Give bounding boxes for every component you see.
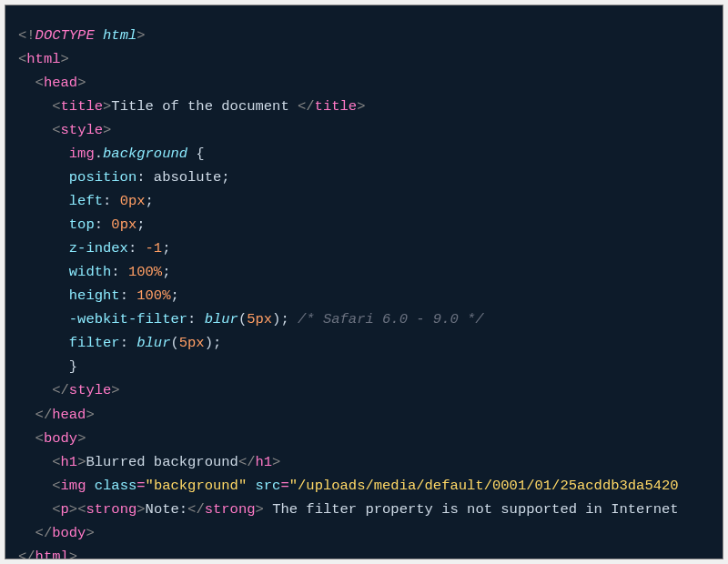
code-line: <body> — [18, 427, 710, 450]
code-line: <title>Title of the document </title> — [18, 95, 710, 118]
code-line: <img class="background" src="/uploads/me… — [18, 474, 710, 498]
code-line: <!DOCTYPE html> — [18, 24, 710, 47]
code-line: } — [18, 355, 710, 378]
code-line: <h1>Blurred background</h1> — [18, 450, 710, 474]
code-line: <html> — [18, 47, 710, 71]
code-editor[interactable]: <!DOCTYPE html> <html> <head> <title>Tit… — [5, 5, 723, 559]
code-line: </html> — [18, 545, 710, 559]
code-line: z-index: -1; — [18, 237, 710, 260]
code-line: <p><strong>Note:</strong> The filter pro… — [18, 498, 710, 521]
code-line: <head> — [18, 71, 710, 95]
code-line: -webkit-filter: blur(5px); /* Safari 6.0… — [18, 307, 710, 331]
code-line: width: 100%; — [18, 260, 710, 284]
code-line: </body> — [18, 521, 710, 545]
code-line: filter: blur(5px); — [18, 331, 710, 355]
code-line: left: 0px; — [18, 189, 710, 213]
code-line: <style> — [18, 118, 710, 142]
code-line: </style> — [18, 378, 710, 402]
code-line: </head> — [18, 403, 710, 427]
code-line: height: 100%; — [18, 284, 710, 307]
code-line: position: absolute; — [18, 166, 710, 189]
code-line: top: 0px; — [18, 213, 710, 237]
code-line: img.background { — [18, 142, 710, 166]
